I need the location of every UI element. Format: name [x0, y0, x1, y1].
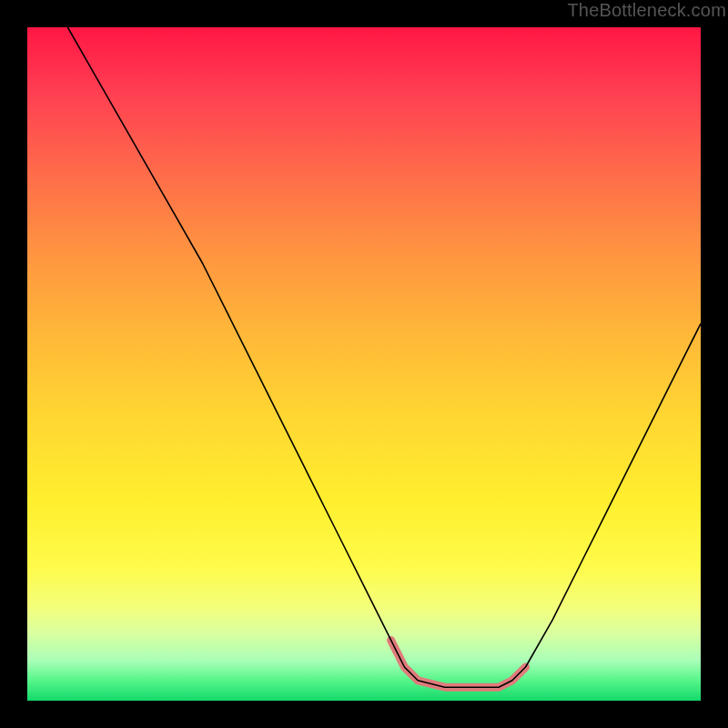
plot-gradient-bg: [27, 27, 701, 701]
watermark-text: TheBottleneck.com: [567, 0, 726, 21]
chart-stage: TheBottleneck.com: [0, 0, 728, 728]
